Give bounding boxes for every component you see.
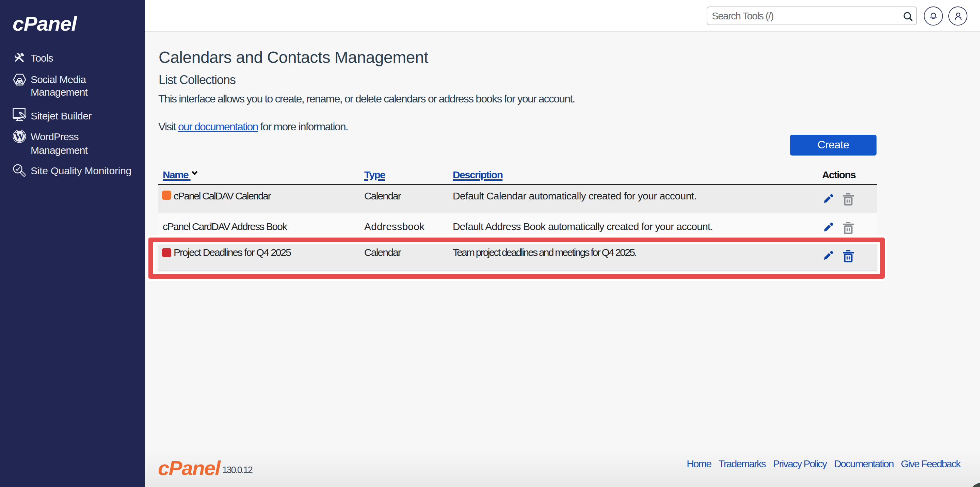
svg-text:W: W	[14, 131, 24, 142]
